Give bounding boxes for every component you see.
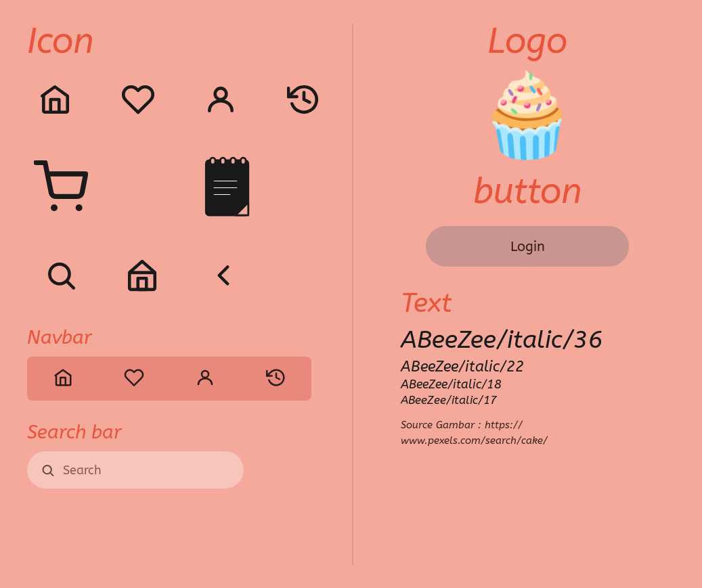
navbar-history-icon[interactable]: [266, 367, 286, 390]
svg-line-18: [51, 473, 53, 476]
login-button[interactable]: Login: [426, 226, 629, 267]
svg-rect-8: [213, 179, 238, 182]
text-sample-36: ABeeZee/italic/36: [401, 325, 603, 354]
svg-rect-15: [138, 278, 147, 290]
search-bar-icon: [41, 462, 55, 478]
svg-rect-9: [213, 186, 238, 189]
source-text: Source Gambar : https:// www.pexels.com/…: [401, 417, 548, 448]
svg-rect-7: [240, 158, 246, 164]
heart-icon: [117, 76, 160, 123]
navbar-person-icon[interactable]: [195, 367, 215, 390]
history-icon: [283, 76, 326, 123]
icons-row-2: [27, 150, 325, 225]
text-sample-22: ABeeZee/italic/22: [401, 358, 524, 376]
logo-title: Logo: [487, 20, 567, 62]
icons-row-1: [27, 76, 325, 123]
cart-icon: [34, 164, 88, 211]
svg-rect-5: [220, 158, 225, 164]
searchbar-label: Search bar: [27, 421, 325, 443]
right-panel: Logo 🧁 button Login Text ABeeZee/italic/…: [353, 0, 702, 588]
navbar-label: Navbar: [27, 326, 325, 348]
navbar-heart-icon[interactable]: [124, 367, 144, 390]
search-input[interactable]: [63, 463, 230, 478]
icon-section-title: Icon: [27, 20, 325, 62]
navbar-home-icon[interactable]: [53, 367, 73, 390]
svg-point-1: [51, 204, 58, 211]
svg-point-17: [43, 465, 51, 473]
building-icon: [115, 252, 169, 299]
svg-point-16: [202, 371, 209, 378]
cupcake-logo: 🧁: [477, 76, 578, 157]
svg-rect-10: [213, 193, 232, 196]
notepad-icon: [196, 150, 257, 225]
person-icon: [200, 76, 242, 123]
search-bar[interactable]: [27, 451, 244, 489]
home-icon: [34, 76, 76, 123]
left-panel: Icon: [0, 0, 352, 588]
svg-line-13: [68, 282, 74, 288]
button-section-label: button: [473, 171, 582, 212]
icons-row-3: [27, 252, 325, 299]
text-sample-17: ABeeZee/italic/17: [401, 393, 497, 407]
svg-point-2: [76, 204, 83, 211]
svg-point-0: [215, 88, 227, 99]
text-section-label: Text: [401, 287, 452, 319]
search-icon-small: [34, 252, 88, 299]
chevron-left-icon: [196, 252, 250, 299]
text-sample-18: ABeeZee/italic/18: [401, 377, 502, 392]
svg-rect-4: [210, 158, 215, 164]
svg-rect-6: [230, 158, 236, 164]
svg-rect-14: [129, 273, 155, 290]
navbar-bar: [27, 357, 311, 401]
